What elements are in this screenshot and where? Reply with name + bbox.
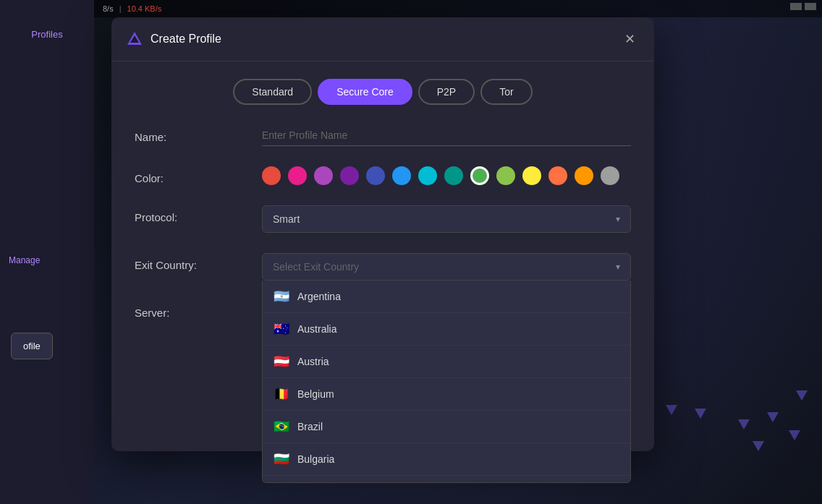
name-label: Name: (135, 125, 250, 143)
create-profile-modal: Create Profile ✕ Standard Secure Core P2… (111, 17, 654, 451)
protocol-row: Protocol: Smart ▾ (135, 205, 631, 233)
country-flag-icon: 🇦🇺 (273, 321, 290, 337)
color-swatch[interactable] (548, 166, 567, 185)
window-controls (784, 0, 822, 13)
color-swatch[interactable] (340, 166, 359, 185)
country-name: Austria (297, 356, 329, 367)
name-field-wrapper (262, 125, 631, 146)
color-swatch[interactable] (575, 166, 593, 185)
exit-country-dropdown[interactable]: Select Exit Country ▾ (262, 253, 631, 281)
country-flag-icon: 🇦🇹 (273, 354, 290, 370)
exit-country-row: Exit Country: Select Exit Country ▾ 🇦🇷Ar… (135, 253, 631, 281)
country-name: Belgium (297, 388, 334, 400)
country-dropdown-list: 🇦🇷Argentina🇦🇺Australia🇦🇹Austria🇧🇪Belgium… (262, 281, 631, 483)
modal-body: Standard Secure Core P2P Tor Name: Color… (111, 61, 654, 356)
protocol-label: Protocol: (135, 205, 250, 223)
country-name: Argentina (297, 291, 341, 302)
country-item[interactable]: 🇰🇭Cambodia (263, 476, 630, 483)
close-button[interactable] (805, 3, 816, 10)
manage-link[interactable]: Manage (9, 255, 40, 265)
country-item[interactable]: 🇦🇷Argentina (263, 281, 630, 313)
country-flag-icon: 🇦🇷 (273, 289, 290, 304)
modal-title: Create Profile (151, 33, 612, 46)
sidebar: Profiles (0, 0, 94, 504)
country-item[interactable]: 🇦🇺Australia (263, 313, 630, 346)
close-modal-button[interactable]: ✕ (619, 29, 640, 49)
country-flag-icon: 🇧🇷 (273, 419, 290, 435)
name-input[interactable] (262, 125, 631, 146)
profile-type-tabs: Standard Secure Core P2P Tor (135, 79, 631, 105)
exit-country-chevron-icon: ▾ (616, 262, 620, 272)
color-swatch[interactable] (470, 166, 489, 185)
protocol-chevron-icon: ▾ (616, 214, 620, 224)
tab-secure-core[interactable]: Secure Core (318, 79, 412, 105)
country-flag-icon: 🇧🇪 (273, 386, 290, 402)
country-item[interactable]: 🇧🇬Bulgaria (263, 443, 630, 476)
color-swatch-row (262, 166, 631, 185)
country-item[interactable]: 🇦🇹Austria (263, 346, 630, 378)
color-picker (262, 166, 631, 185)
profile-button[interactable]: ofile (11, 333, 53, 359)
sidebar-item-profiles[interactable]: Profiles (31, 29, 62, 40)
protocol-value: Smart (273, 213, 300, 225)
color-swatch[interactable] (366, 166, 385, 185)
protocol-dropdown-wrapper: Smart ▾ (262, 205, 631, 233)
minimize-button[interactable] (790, 3, 802, 10)
modal-header: Create Profile ✕ (111, 17, 654, 61)
server-label: Server: (135, 301, 250, 319)
color-swatch[interactable] (522, 166, 541, 185)
country-name: Bulgaria (297, 453, 334, 465)
color-swatch[interactable] (288, 166, 307, 185)
color-row: Color: (135, 166, 631, 185)
app-logo (126, 30, 143, 48)
tab-standard[interactable]: Standard (233, 79, 312, 105)
country-name: Brazil (297, 421, 323, 432)
color-swatch[interactable] (418, 166, 437, 185)
modal-overlay: Create Profile ✕ Standard Secure Core P2… (94, 0, 822, 504)
color-swatch[interactable] (392, 166, 411, 185)
country-name: Australia (297, 323, 336, 335)
color-swatch[interactable] (262, 166, 281, 185)
tab-tor[interactable]: Tor (480, 79, 532, 105)
color-label: Color: (135, 166, 250, 184)
exit-country-dropdown-wrapper: Select Exit Country ▾ 🇦🇷Argentina🇦🇺Austr… (262, 253, 631, 281)
name-row: Name: (135, 125, 631, 146)
tab-p2p[interactable]: P2P (418, 79, 475, 105)
country-item[interactable]: 🇧🇷Brazil (263, 411, 630, 443)
country-item[interactable]: 🇧🇪Belgium (263, 378, 630, 411)
color-swatch[interactable] (314, 166, 333, 185)
exit-country-label: Exit Country: (135, 253, 250, 271)
color-swatch[interactable] (444, 166, 463, 185)
color-swatch[interactable] (601, 166, 619, 185)
protocol-dropdown[interactable]: Smart ▾ (262, 205, 631, 233)
color-swatch[interactable] (496, 166, 515, 185)
country-flag-icon: 🇧🇬 (273, 451, 290, 467)
exit-country-placeholder: Select Exit Country (273, 261, 359, 273)
